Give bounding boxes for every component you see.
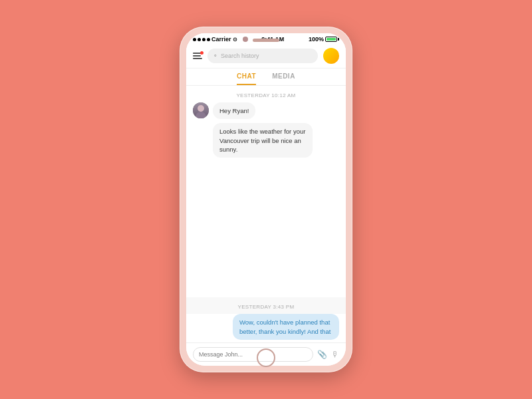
battery-tip <box>338 38 339 41</box>
tab-bar: CHAT MEDIA <box>186 68 346 86</box>
phone-frame: Carrier ⊙ 9:41 AM 100% <box>180 27 352 372</box>
message-bubble-1: Hey Ryan! <box>213 102 255 119</box>
outgoing-bubble: Wow, couldn't have planned that better, … <box>233 314 339 340</box>
phone-camera <box>243 37 248 42</box>
battery-percent: 100% <box>309 36 324 43</box>
search-placeholder-text: Search history <box>221 53 259 59</box>
attach-icon[interactable]: 📎 <box>317 350 327 359</box>
phone-screen: Carrier ⊙ 9:41 AM 100% <box>186 33 346 366</box>
battery-bar <box>325 37 337 42</box>
wifi-icon: ⊙ <box>233 37 237 43</box>
message-bubble-2: Looks like the weather for your Vancouve… <box>213 123 313 158</box>
search-box[interactable]: ⚬ Search history <box>207 49 318 63</box>
chat-spacer <box>186 163 346 297</box>
phone-speaker <box>253 39 279 42</box>
outgoing-message-row: Wow, couldn't have planned that better, … <box>186 314 346 342</box>
tab-media[interactable]: MEDIA <box>272 72 295 85</box>
notification-dot <box>200 51 203 55</box>
hamburger-line-3 <box>193 58 202 59</box>
chat-content: YESTERDAY 10:12 AM Hey Ryan! Looks like … <box>186 86 346 342</box>
signal-dot-2 <box>198 38 201 41</box>
message-row-1: Hey Ryan! <box>193 102 339 119</box>
signal-dot-3 <box>202 38 205 41</box>
home-button[interactable] <box>257 348 275 367</box>
search-icon: ⚬ <box>213 53 218 59</box>
mic-icon[interactable]: 🎙 <box>331 350 339 359</box>
hamburger-menu[interactable] <box>193 53 202 59</box>
signal-dot-4 <box>207 38 210 41</box>
status-left: Carrier ⊙ <box>193 36 237 43</box>
date-separator-1: YESTERDAY 10:12 AM <box>186 86 346 102</box>
battery-fill <box>327 38 336 41</box>
user-avatar[interactable] <box>323 48 339 64</box>
signal-dot-1 <box>193 38 196 41</box>
message-input[interactable] <box>193 347 313 362</box>
battery-indicator <box>325 37 339 42</box>
message-row-2: Looks like the weather for your Vancouve… <box>193 123 339 158</box>
incoming-message-group: Hey Ryan! Looks like the weather for you… <box>186 102 346 163</box>
avatar-face <box>193 102 209 118</box>
hamburger-line-2 <box>193 55 201 57</box>
contact-avatar <box>193 102 209 118</box>
date-separator-2: YESTERDAY 3:43 PM <box>186 297 346 314</box>
carrier-text: Carrier <box>211 36 231 43</box>
status-right: 100% <box>309 36 339 43</box>
tab-chat[interactable]: CHAT <box>237 72 256 85</box>
app-header: ⚬ Search history <box>186 44 346 68</box>
